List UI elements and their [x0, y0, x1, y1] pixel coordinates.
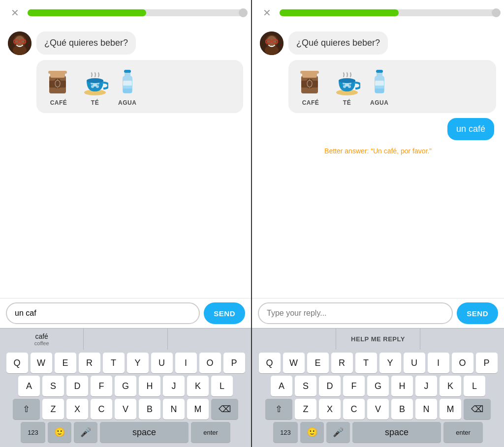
key-y-right[interactable]: Y — [379, 353, 401, 373]
key-backspace-right[interactable]: ⌫ — [464, 399, 491, 419]
key-d-right[interactable]: D — [319, 376, 341, 396]
suggestion-left-right[interactable] — [252, 328, 336, 350]
key-k-right[interactable]: K — [440, 376, 461, 396]
te-label-left: TÉ — [91, 99, 99, 106]
key-y-left[interactable]: Y — [127, 353, 149, 373]
key-u-right[interactable]: U — [404, 353, 425, 373]
send-button-left[interactable]: SEND — [204, 302, 245, 324]
key-space-right[interactable]: space — [352, 422, 441, 443]
key-v-right[interactable]: V — [367, 399, 389, 419]
key-h-left[interactable]: H — [139, 376, 160, 396]
key-i-left[interactable]: I — [175, 353, 197, 373]
cafe-label-left: CAFÉ — [50, 99, 67, 106]
text-input-left[interactable] — [6, 302, 200, 324]
key-m-right[interactable]: M — [440, 399, 461, 419]
key-t-left[interactable]: T — [103, 353, 125, 373]
svg-rect-23 — [124, 70, 131, 73]
key-c-right[interactable]: C — [343, 399, 365, 419]
key-r-left[interactable]: R — [79, 353, 100, 373]
key-k-left[interactable]: K — [187, 376, 209, 396]
key-o-right[interactable]: O — [452, 353, 473, 373]
key-z-right[interactable]: Z — [295, 399, 316, 419]
suggestion-row-right: HELP ME REPLY — [252, 328, 504, 350]
key-o-left[interactable]: O — [199, 353, 221, 373]
key-h-right[interactable]: H — [391, 376, 413, 396]
te-icon-right — [334, 70, 360, 96]
key-e-left[interactable]: E — [55, 353, 76, 373]
key-n-left[interactable]: N — [163, 399, 185, 419]
key-p-right[interactable]: P — [476, 353, 498, 373]
key-v-left[interactable]: V — [115, 399, 136, 419]
top-bar-left: ✕ — [0, 0, 251, 26]
key-mic-left[interactable]: 🎤 — [74, 422, 97, 443]
key-123-left[interactable]: 123 — [21, 422, 45, 443]
suggestion-left-cell[interactable]: café coffee — [0, 328, 84, 350]
key-b-left[interactable]: B — [139, 399, 160, 419]
suggestion-mid-right[interactable]: HELP ME REPLY — [336, 328, 420, 350]
key-p-left[interactable]: P — [223, 353, 245, 373]
input-area-right: SEND — [252, 298, 504, 328]
key-123-right[interactable]: 123 — [273, 422, 298, 443]
cafe-icon-right — [297, 67, 324, 96]
key-enter-right[interactable]: enter — [443, 422, 483, 443]
svg-point-18 — [91, 85, 94, 88]
key-space-left[interactable]: space — [100, 422, 189, 443]
key-b-right[interactable]: B — [391, 399, 413, 419]
suggestion-right-left[interactable] — [168, 328, 251, 350]
key-d-left[interactable]: D — [66, 376, 88, 396]
key-row-3-right: ⇧ Z X C V B N M ⌫ — [254, 399, 502, 419]
key-emoji-right[interactable]: 🙂 — [300, 422, 324, 443]
key-j-left[interactable]: J — [163, 376, 185, 396]
user-reply-bubble: un café — [447, 118, 494, 140]
close-button-right[interactable]: ✕ — [260, 6, 274, 20]
key-m-left[interactable]: M — [187, 399, 209, 419]
key-s-left[interactable]: S — [42, 376, 64, 396]
key-emoji-left[interactable]: 🙂 — [48, 422, 71, 443]
key-x-left[interactable]: X — [66, 399, 88, 419]
help-me-reply-btn[interactable]: HELP ME REPLY — [351, 335, 405, 343]
key-u-left[interactable]: U — [151, 353, 173, 373]
key-backspace-left[interactable]: ⌫ — [211, 399, 238, 419]
key-i-right[interactable]: I — [428, 353, 449, 373]
key-n-right[interactable]: N — [415, 399, 437, 419]
key-t-right[interactable]: T — [355, 353, 377, 373]
key-c-left[interactable]: C — [91, 399, 112, 419]
key-mic-right[interactable]: 🎤 — [326, 422, 350, 443]
text-input-right[interactable] — [258, 302, 453, 324]
key-f-right[interactable]: F — [343, 376, 365, 396]
svg-rect-36 — [300, 71, 319, 74]
suggestion-right-right[interactable] — [420, 328, 504, 350]
item-cafe-right: CAFÉ — [297, 67, 324, 106]
key-j-right[interactable]: J — [415, 376, 437, 396]
key-enter-left[interactable]: enter — [191, 422, 230, 443]
key-q-right[interactable]: Q — [259, 353, 281, 373]
svg-rect-11 — [49, 81, 66, 88]
question-bubble-left: ¿Qué quieres beber? — [36, 31, 136, 55]
key-a-right[interactable]: A — [271, 376, 292, 396]
key-shift-left[interactable]: ⇧ — [13, 399, 40, 419]
key-a-left[interactable]: A — [18, 376, 40, 396]
key-shift-right[interactable]: ⇧ — [265, 399, 292, 419]
key-s-right[interactable]: S — [295, 376, 316, 396]
suggestion-mid-left[interactable] — [84, 328, 167, 350]
key-w-right[interactable]: W — [283, 353, 305, 373]
key-r-right[interactable]: R — [331, 353, 353, 373]
close-button-left[interactable]: ✕ — [8, 6, 22, 20]
suggestion-sub-left: coffee — [34, 340, 49, 346]
progress-bar-left — [28, 9, 243, 16]
key-x-right[interactable]: X — [319, 399, 341, 419]
input-row-left: SEND — [6, 302, 245, 324]
agua-icon-left — [119, 67, 136, 96]
items-bubble-right: CAFÉ TÉ — [288, 60, 496, 113]
key-g-left[interactable]: G — [115, 376, 136, 396]
key-e-right[interactable]: E — [307, 353, 329, 373]
send-button-right[interactable]: SEND — [457, 302, 498, 324]
key-w-left[interactable]: W — [31, 353, 52, 373]
key-l-right[interactable]: L — [464, 376, 485, 396]
key-q-left[interactable]: Q — [6, 353, 28, 373]
key-f-left[interactable]: F — [91, 376, 112, 396]
key-g-right[interactable]: G — [367, 376, 389, 396]
key-l-left[interactable]: L — [211, 376, 233, 396]
svg-point-29 — [267, 36, 277, 46]
key-z-left[interactable]: Z — [42, 399, 64, 419]
